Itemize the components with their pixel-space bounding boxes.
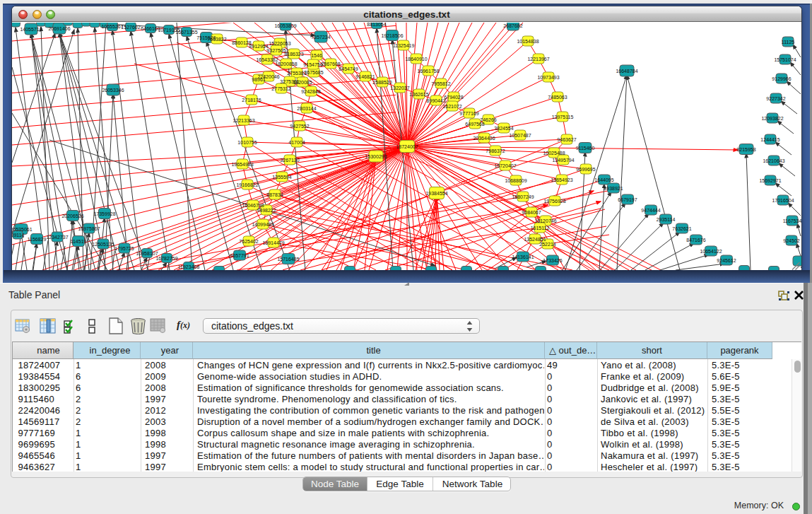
svg-text:9498222: 9498222 [257, 208, 276, 213]
svg-text:16914479: 16914479 [262, 240, 284, 245]
svg-text:20691406: 20691406 [48, 26, 70, 31]
svg-text:2803144: 2803144 [297, 106, 316, 111]
svg-text:16210643: 16210643 [763, 158, 784, 163]
svg-text:12505135: 12505135 [92, 242, 114, 247]
svg-text:1322037: 1322037 [390, 86, 409, 90]
svg-text:1167534: 1167534 [783, 218, 801, 223]
svg-text:19218506: 19218506 [381, 33, 403, 38]
svg-text:2775312: 2775312 [271, 86, 290, 91]
svg-text:1244415: 1244415 [760, 137, 779, 142]
svg-text:1644095: 1644095 [594, 177, 613, 182]
svg-text:1355594: 1355594 [272, 175, 291, 180]
svg-text:417004: 417004 [288, 140, 305, 145]
svg-text:7955812: 7955812 [431, 81, 450, 86]
svg-text:13495794: 13495794 [552, 158, 574, 163]
svg-text:8912954: 8912954 [249, 44, 268, 49]
svg-text:11325419: 11325419 [393, 43, 415, 48]
svg-text:9084067: 9084067 [522, 210, 541, 215]
svg-text:9129966: 9129966 [772, 76, 791, 81]
svg-text:7663822: 7663822 [207, 37, 226, 42]
svg-text:9474444: 9474444 [641, 208, 660, 213]
svg-text:10688609: 10688609 [505, 178, 526, 183]
svg-text:9154756: 9154756 [303, 62, 322, 67]
svg-text:1820085: 1820085 [293, 80, 312, 85]
svg-text:10654122: 10654122 [700, 249, 722, 254]
svg-text:10975867: 10975867 [78, 226, 100, 231]
svg-text:1362615: 1362615 [409, 92, 428, 97]
svg-text:16120746: 16120746 [534, 218, 556, 223]
svg-text:98961: 98961 [252, 77, 266, 82]
svg-text:20206526: 20206526 [61, 214, 83, 218]
svg-text:16671355: 16671355 [175, 30, 197, 35]
svg-text:7357234: 7357234 [311, 35, 330, 40]
svg-text:9115460: 9115460 [576, 146, 595, 151]
svg-text:9242848: 9242848 [301, 89, 320, 94]
svg-text:7986372: 7986372 [486, 148, 505, 153]
svg-text:924502: 924502 [783, 238, 799, 243]
svg-text:746266: 746266 [480, 117, 496, 122]
svg-text:1733426: 1733426 [543, 258, 562, 263]
svg-text:13524851: 13524851 [524, 237, 546, 242]
svg-text:8938921: 8938921 [604, 186, 623, 191]
svg-text:9146821: 9146821 [355, 74, 375, 79]
svg-text:8215958: 8215958 [736, 147, 755, 152]
svg-text:7625402: 7625402 [239, 239, 258, 244]
svg-text:17016504: 17016504 [772, 198, 794, 203]
svg-text:19384554: 19384554 [425, 191, 447, 196]
svg-text:9699695: 9699695 [576, 167, 595, 172]
svg-text:252214: 252214 [539, 242, 555, 247]
svg-text:3267130: 3267130 [280, 158, 299, 163]
svg-text:15716485: 15716485 [277, 257, 299, 262]
svg-text:26535061: 26535061 [12, 227, 33, 232]
svg-text:15226053: 15226053 [269, 41, 290, 46]
svg-text:18807249: 18807249 [512, 194, 534, 199]
svg-text:13975115: 13975115 [552, 115, 574, 119]
svg-text:9327505: 9327505 [266, 48, 286, 53]
svg-text:6679197: 6679197 [618, 197, 637, 202]
svg-text:9777169: 9777169 [459, 111, 478, 116]
svg-text:7632621: 7632621 [672, 226, 691, 231]
svg-text:15720407: 15720407 [494, 163, 516, 168]
svg-text:114519: 114519 [71, 239, 87, 244]
svg-text:15751074: 15751074 [774, 57, 796, 62]
svg-text:19166822: 19166822 [236, 182, 258, 187]
svg-text:3824554: 3824554 [494, 126, 513, 131]
svg-text:887834: 887834 [266, 192, 283, 197]
svg-text:19756928: 19756928 [543, 199, 565, 204]
svg-text:2755381: 2755381 [287, 71, 306, 76]
svg-text:18640910: 18640910 [405, 57, 427, 62]
svg-text:16961758: 16961758 [417, 69, 439, 74]
svg-text:9427552: 9427552 [290, 124, 309, 129]
svg-text:8454749: 8454749 [339, 66, 358, 71]
svg-text:18724007: 18724007 [396, 144, 418, 149]
svg-text:1156829: 1156829 [28, 237, 47, 242]
svg-text:14055712: 14055712 [20, 27, 42, 32]
svg-text:6794028: 6794028 [444, 95, 463, 100]
svg-text:16782759: 16782759 [155, 256, 177, 261]
svg-text:2588520: 2588520 [372, 80, 392, 85]
svg-text:2935114: 2935114 [657, 217, 676, 222]
svg-text:12213363: 12213363 [233, 118, 254, 123]
svg-text:11125: 11125 [782, 40, 795, 45]
svg-text:15692971: 15692971 [759, 178, 781, 183]
svg-text:1546: 1546 [311, 53, 322, 58]
svg-text:9657791: 9657791 [230, 253, 249, 258]
svg-text:2718176: 2718176 [242, 98, 261, 103]
svg-text:3675685: 3675685 [304, 70, 323, 75]
svg-text:12213967: 12213967 [527, 57, 549, 62]
svg-text:39114: 39114 [12, 233, 25, 238]
svg-text:8990443: 8990443 [426, 98, 445, 103]
svg-text:18200858: 18200858 [275, 62, 297, 66]
svg-text:16053809: 16053809 [274, 23, 296, 28]
svg-text:10973493: 10973493 [537, 75, 559, 80]
svg-text:9245612: 9245612 [717, 258, 736, 263]
svg-text:2867608: 2867608 [321, 62, 340, 66]
svg-text:20364436: 20364436 [473, 136, 495, 141]
svg-text:8186323: 8186323 [284, 52, 303, 57]
svg-text:11923468: 11923468 [178, 264, 200, 269]
svg-text:17359928: 17359928 [93, 211, 115, 216]
svg-text:26053346: 26053346 [102, 88, 124, 93]
svg-text:16046798: 16046798 [242, 203, 264, 208]
svg-text:16648784: 16648784 [616, 69, 637, 74]
svg-text:10025488: 10025488 [543, 151, 565, 156]
